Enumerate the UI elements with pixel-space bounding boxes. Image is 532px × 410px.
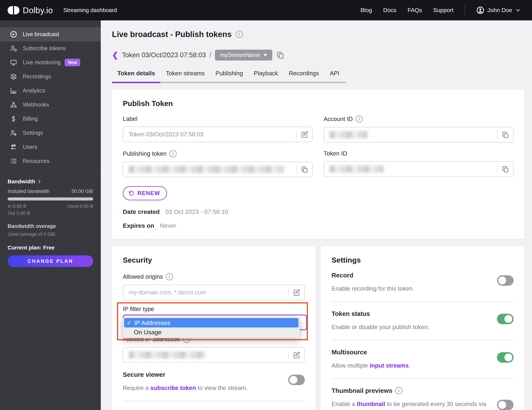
publishing-token-field — [123, 162, 313, 177]
tab-recordings[interactable]: Recordings — [289, 70, 319, 82]
sidebar-item-label: Live broadcast — [23, 31, 59, 38]
bandwidth-panel: Bandwidth Included bandwidth 50.00 GiB I… — [0, 179, 101, 267]
security-card: Security Allowed origins i my-domain.com… — [112, 246, 316, 410]
subscribe-token-link[interactable]: subscribe token — [150, 384, 196, 391]
nav-faqs[interactable]: FAQs — [408, 7, 422, 14]
section-divider — [332, 378, 513, 379]
settings-card: Settings Record Enable recording for thi… — [321, 246, 524, 410]
secure-viewer-label: Secure viewer — [123, 371, 305, 378]
token-status-desc: Enable or disable your publish token. — [332, 322, 490, 332]
publishing-token-label: Publishing token — [123, 150, 167, 157]
sidebar-item-analytics[interactable]: Analytics — [0, 84, 101, 98]
list-icon — [10, 157, 17, 165]
edit-icon — [301, 130, 308, 138]
new-badge: New — [65, 59, 80, 66]
token-id-field — [323, 161, 513, 177]
bandwidth-title[interactable]: Bandwidth — [8, 179, 93, 185]
sidebar-item-resources[interactable]: Resources — [0, 154, 101, 168]
sidebar-item-live-broadcast[interactable]: Live broadcast — [0, 27, 101, 41]
caret-down-icon — [263, 54, 267, 56]
sidebar-item-label: Analytics — [23, 87, 45, 94]
person-shield-icon — [10, 45, 17, 52]
edit-label-button[interactable] — [296, 130, 313, 138]
brand-logo[interactable]: Dolby.io — [8, 5, 53, 15]
date-created-label: Date created — [123, 208, 160, 215]
sidebar-item-recordings[interactable]: Recordings — [0, 69, 101, 84]
option-ip-addresses[interactable]: ✓ IP Addresses — [124, 318, 298, 327]
tab-playback[interactable]: Playback — [254, 70, 278, 82]
thumbnail-toggle[interactable] — [497, 400, 513, 410]
token-status-label: Token status — [332, 310, 513, 317]
edit-icon — [293, 288, 301, 296]
account-id-info-icon[interactable]: i — [356, 115, 363, 123]
broadcast-icon — [10, 30, 17, 38]
sidebar-item-billing[interactable]: Billing — [0, 112, 101, 126]
record-toggle[interactable] — [497, 275, 513, 286]
ip-filter-dropdown-menu: ✓ IP Addresses On Usage — [123, 317, 300, 338]
brand-name: Dolby.io — [23, 5, 53, 15]
sidebar-item-webhooks[interactable]: Webhooks — [0, 98, 101, 112]
thumbnail-info-icon[interactable]: i — [395, 387, 402, 394]
record-label: Record — [332, 272, 513, 279]
nav-support[interactable]: Support — [433, 7, 454, 14]
sidebar-item-label: Webhooks — [23, 102, 49, 108]
change-plan-button[interactable]: CHANGE PLAN — [8, 255, 93, 267]
copy-icon — [501, 165, 509, 173]
copy-account-id-button[interactable] — [497, 131, 513, 139]
tab-api[interactable]: API — [330, 70, 339, 82]
renew-button[interactable]: RENEW — [123, 186, 167, 200]
back-chevron-icon[interactable]: ❮ — [112, 51, 118, 59]
user-menu[interactable]: John Doe — [476, 6, 521, 14]
copy-token-id-button[interactable] — [497, 165, 513, 173]
thumbnail-link[interactable]: thumbnail — [357, 400, 385, 407]
bandwidth-used: Used 0.00 B — [67, 203, 93, 209]
secure-viewer-toggle[interactable] — [288, 375, 305, 385]
tab-publishing[interactable]: Publishing — [215, 70, 243, 82]
sidebar-item-subscribe-tokens[interactable]: Subscribe tokens — [0, 41, 101, 56]
allowed-ip-input[interactable] — [123, 347, 305, 363]
bandwidth-overage-desc: Used overage of 0 GiB — [8, 231, 93, 237]
option-on-usage[interactable]: On Usage — [124, 327, 298, 337]
multisource-label: Multisource — [332, 349, 513, 356]
tab-token-details[interactable]: Token details — [117, 70, 155, 82]
bar-chart-icon — [10, 87, 17, 95]
main-content: Live broadcast - Publish tokens i ❮ Toke… — [101, 20, 532, 410]
sidebar-item-users[interactable]: Users — [0, 140, 101, 154]
copy-publishing-token-button[interactable] — [296, 165, 313, 173]
allowed-origins-info-icon[interactable]: i — [166, 273, 173, 280]
label-input[interactable]: Token 03/Oct/2023 07:58:03 — [123, 127, 313, 142]
multisource-toggle[interactable] — [497, 352, 513, 363]
label-field-label: Label — [123, 115, 137, 122]
sidebar-item-live-monitoring[interactable]: Live monitoring New — [0, 56, 101, 69]
sidebar-item-label: Subscribe tokens — [23, 45, 66, 52]
dolby-logo-icon — [8, 6, 19, 14]
publishing-token-info-icon[interactable]: i — [169, 150, 177, 157]
tab-token-streams[interactable]: Token streams — [166, 70, 205, 82]
copy-stream-button[interactable] — [276, 51, 285, 59]
edit-allowed-ip-button[interactable] — [289, 351, 304, 359]
allowed-origins-input[interactable]: my-domain.com, *.demo.com — [123, 285, 305, 300]
checkmark-icon: ✓ — [127, 319, 132, 326]
person-gear-icon — [10, 129, 17, 137]
sidebar-item-label: Settings — [23, 130, 43, 136]
topnav: Blog Docs FAQs Support John Doe — [361, 6, 521, 15]
publish-token-heading: Publish Token — [123, 99, 513, 108]
input-streams-link[interactable]: input streams — [370, 362, 409, 369]
edit-allowed-origins-button[interactable] — [289, 288, 304, 296]
token-status-toggle[interactable] — [497, 314, 513, 324]
sidebar-item-label: Resources — [23, 158, 49, 164]
renew-icon — [128, 190, 134, 196]
section-divider — [332, 301, 513, 302]
ip-filter-type-label: IP filter type — [123, 305, 305, 313]
webhook-icon — [10, 101, 17, 109]
sidebar-item-label: Billing — [23, 116, 38, 122]
page-info-icon[interactable]: i — [236, 31, 243, 38]
redacted-publishing-token — [129, 166, 284, 173]
nav-blog[interactable]: Blog — [361, 7, 372, 14]
sidebar-item-settings[interactable]: Settings — [0, 126, 101, 140]
nav-docs[interactable]: Docs — [383, 7, 396, 14]
redacted-allowed-ip — [129, 351, 206, 359]
chevron-right-icon — [37, 179, 42, 184]
stream-name-dropdown[interactable]: myStreamName — [215, 50, 272, 60]
bandwidth-out: Out 0.00 B — [8, 210, 93, 216]
